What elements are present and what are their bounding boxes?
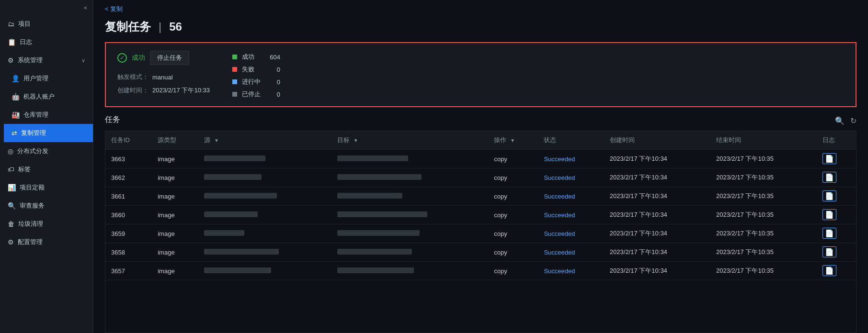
cell-status: Succeeded: [538, 187, 604, 206]
created-value: 2023/2/17 下午10:33: [152, 86, 210, 95]
stat-dot-stopped: [232, 92, 237, 97]
col-target: 目标 ▼: [331, 131, 488, 150]
cell-end-time: 2023/2/17 下午10:35: [710, 262, 817, 280]
cell-source-type: image: [152, 187, 198, 206]
stat-label-stopped: 已停止: [242, 90, 261, 99]
col-log: 日志: [817, 131, 856, 150]
trigger-row: 触发模式： manual: [117, 73, 213, 81]
stop-task-button[interactable]: 停止任务: [150, 51, 189, 65]
breadcrumb[interactable]: < 复制: [93, 0, 868, 15]
source-sort-icon[interactable]: ▼: [214, 138, 219, 143]
sidebar-item-projects[interactable]: 🗂 项目: [0, 15, 93, 33]
cell-source: [198, 150, 331, 168]
table-actions: 🔍 ↻: [835, 116, 857, 129]
distributed-icon: ◎: [8, 147, 13, 155]
system-mgmt-icon: ⚙: [8, 56, 14, 64]
stat-dot-failure: [232, 67, 237, 72]
logs-icon: 📋: [8, 38, 16, 46]
table-row: 3657 image copy Succeeded 2023/2/17 下午10…: [105, 262, 856, 280]
table-row: 3658 image copy Succeeded 2023/2/17 下午10…: [105, 243, 856, 262]
stat-value-stopped: 0: [266, 91, 280, 98]
cell-target: [331, 262, 488, 280]
robot-icon: 🤖: [11, 93, 20, 100]
log-icon[interactable]: 📄: [822, 265, 836, 276]
cell-created-time: 2023/2/17 下午10:34: [604, 243, 710, 262]
page-title-id: 56: [169, 20, 182, 33]
log-icon[interactable]: 📄: [822, 228, 836, 239]
section-title: 任务: [105, 115, 120, 125]
cell-status: Succeeded: [538, 243, 604, 262]
status-success-label: 成功: [132, 54, 145, 62]
col-source-type: 源类型: [152, 131, 198, 150]
log-icon[interactable]: 📄: [822, 246, 836, 257]
sidebar-item-user-mgmt[interactable]: 👤 用户管理: [4, 69, 93, 88]
cell-task-id: 3660: [105, 206, 152, 224]
cell-created-time: 2023/2/17 下午10:34: [604, 206, 710, 224]
sidebar-item-project-quota[interactable]: 📊 项目定额: [0, 178, 93, 197]
sidebar-item-config-mgmt[interactable]: ⚙ 配置管理: [0, 233, 93, 251]
cell-task-id: 3657: [105, 262, 152, 280]
cell-log: 📄: [817, 262, 856, 280]
system-mgmt-arrow: ∨: [81, 57, 85, 64]
col-end-time: 结束时间: [710, 131, 817, 150]
trigger-label: 触发模式：: [117, 73, 148, 81]
sidebar-item-tags[interactable]: 🏷 标签: [0, 160, 93, 178]
col-task-id: 任务ID: [105, 131, 152, 150]
table-row: 3659 image copy Succeeded 2023/2/17 下午10…: [105, 224, 856, 243]
cell-created-time: 2023/2/17 下午10:34: [604, 262, 710, 280]
sidebar-item-audit-service[interactable]: 🔍 审查服务: [0, 197, 93, 215]
cell-task-id: 3659: [105, 224, 152, 243]
info-stats: 成功 604 失败 0 进行中 0 已停止 0: [232, 53, 280, 99]
sidebar-item-garbage-clean[interactable]: 🗑 垃圾清理: [0, 215, 93, 233]
stat-dot-in-progress: [232, 79, 237, 84]
col-operation: 操作 ▼: [488, 131, 538, 150]
cell-created-time: 2023/2/17 下午10:34: [604, 187, 710, 206]
sidebar-item-distributed-dist[interactable]: ◎ 分布式分发: [0, 142, 93, 160]
cell-log: 📄: [817, 150, 856, 168]
cell-end-time: 2023/2/17 下午10:35: [710, 168, 817, 187]
cell-task-id: 3661: [105, 187, 152, 206]
table-row: 3661 image copy Succeeded 2023/2/17 下午10…: [105, 187, 856, 206]
sidebar-item-replication-mgmt[interactable]: ⇄ 复制管理: [4, 124, 93, 142]
log-icon[interactable]: 📄: [822, 190, 836, 201]
col-created-time: 创建时间: [604, 131, 710, 150]
cell-task-id: 3662: [105, 168, 152, 187]
page-title-divider: |: [159, 20, 161, 33]
sidebar-collapse-button[interactable]: «: [0, 0, 93, 15]
cell-status: Succeeded: [538, 206, 604, 224]
cell-source: [198, 243, 331, 262]
sidebar-group-system: 👤 用户管理 🤖 机器人账户 🏭 仓库管理 ⇄ 复制管理: [0, 69, 93, 142]
cell-status: Succeeded: [538, 224, 604, 243]
cell-created-time: 2023/2/17 下午10:34: [604, 168, 710, 187]
stat-row-stopped: 已停止 0: [232, 90, 280, 99]
search-icon[interactable]: 🔍: [835, 116, 845, 125]
task-table-header: 任务ID 源类型 源 ▼ 目标 ▼ 操作 ▼ 状态 创建时间 结束时间 日志: [105, 131, 856, 150]
log-icon[interactable]: 📄: [822, 153, 836, 164]
cell-source: [198, 224, 331, 243]
sidebar-item-logs[interactable]: 📋 日志: [0, 33, 93, 51]
col-status: 状态: [538, 131, 604, 150]
cell-log: 📄: [817, 168, 856, 187]
sidebar-item-system-mgmt[interactable]: ⚙ 系统管理 ∨: [0, 51, 93, 69]
refresh-icon[interactable]: ↻: [850, 116, 857, 125]
cell-log: 📄: [817, 206, 856, 224]
log-icon[interactable]: 📄: [822, 172, 836, 183]
table-row: 3663 image copy Succeeded 2023/2/17 下午10…: [105, 150, 856, 168]
cell-operation: copy: [488, 206, 538, 224]
sidebar-item-warehouse-mgmt[interactable]: 🏭 仓库管理: [4, 106, 93, 124]
operation-sort-icon[interactable]: ▼: [510, 138, 515, 143]
cell-target: [331, 243, 488, 262]
stat-label-success: 成功: [242, 53, 261, 61]
log-icon[interactable]: 📄: [822, 209, 836, 220]
table-row: 3662 image copy Succeeded 2023/2/17 下午10…: [105, 168, 856, 187]
cell-target: [331, 168, 488, 187]
cell-operation: copy: [488, 243, 538, 262]
cell-target: [331, 187, 488, 206]
target-sort-icon[interactable]: ▼: [354, 138, 358, 143]
cell-end-time: 2023/2/17 下午10:35: [710, 206, 817, 224]
project-quota-icon: 📊: [8, 184, 16, 191]
sidebar-item-robot-account[interactable]: 🤖 机器人账户: [4, 88, 93, 106]
table-row: 3660 image copy Succeeded 2023/2/17 下午10…: [105, 206, 856, 224]
stat-dot-success: [232, 55, 237, 59]
cell-source-type: image: [152, 150, 198, 168]
